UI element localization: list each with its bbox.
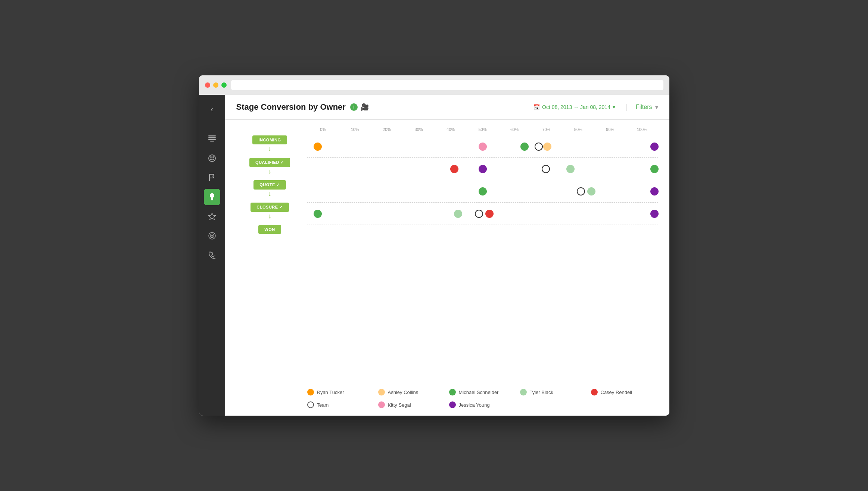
chart-area: 0% 10% 20% 30% 40% 50% 60% 70% 80% 90% 1… xyxy=(225,120,669,381)
legend-dot-ashley xyxy=(378,389,385,395)
x-tick-0: 0% xyxy=(307,127,339,132)
legend-dot-team xyxy=(307,401,314,408)
dot-closure-tyler[interactable] xyxy=(454,210,462,218)
stage-arrow-quote: ↓ xyxy=(268,190,271,197)
traffic-lights xyxy=(205,82,227,88)
close-button[interactable] xyxy=(205,82,210,88)
stage-arrow-qualified: ↓ xyxy=(268,168,271,175)
legend-label-tyler: Tyler Black xyxy=(530,390,554,395)
x-tick-60: 60% xyxy=(498,127,530,132)
date-range-selector[interactable]: 📅 Oct 08, 2013 → Jan 08, 2014 ▾ xyxy=(533,104,615,110)
video-icon[interactable]: 🎥 xyxy=(361,103,369,111)
legend-dot-jessica xyxy=(449,401,456,408)
filters-section[interactable]: Filters ▾ xyxy=(626,104,658,111)
maximize-button[interactable] xyxy=(221,82,227,88)
stage-arrow-closure: ↓ xyxy=(268,213,271,219)
dot-incoming-ashley[interactable] xyxy=(543,143,551,151)
filters-label: Filters xyxy=(636,104,652,110)
svg-point-8 xyxy=(212,159,214,160)
legend-label-casey: Casey Rendell xyxy=(601,390,632,395)
stage-row-won: WON xyxy=(233,225,658,236)
sidebar-item-filter[interactable] xyxy=(204,131,220,147)
x-tick-90: 90% xyxy=(594,127,626,132)
stage-badge-won: WON xyxy=(258,225,281,234)
legend-item-kitty: Kitty Segal xyxy=(378,401,445,408)
info-icon[interactable]: i xyxy=(350,103,358,111)
x-tick-100: 100% xyxy=(626,127,658,132)
dot-closure-michael[interactable] xyxy=(314,210,322,218)
main-content: Stage Conversion by Owner i 🎥 📅 Oct 08, … xyxy=(225,95,669,416)
x-tick-50: 50% xyxy=(467,127,498,132)
svg-point-5 xyxy=(210,156,212,158)
sidebar-item-flag[interactable] xyxy=(204,169,220,186)
browser-chrome xyxy=(199,75,669,95)
x-tick-20: 20% xyxy=(371,127,402,132)
dot-incoming-kitty[interactable] xyxy=(479,143,487,151)
sidebar-item-back[interactable]: ‹ xyxy=(204,101,220,117)
svg-marker-11 xyxy=(208,213,215,220)
legend-dot-michael xyxy=(449,389,456,395)
legend-item-ashley: Ashley Collins xyxy=(378,389,445,395)
legend-label-ryan: Ryan Tucker xyxy=(317,390,344,395)
header-icons: i 🎥 xyxy=(350,103,369,111)
dot-closure-jessica[interactable] xyxy=(650,210,659,218)
legend-dot-casey xyxy=(591,389,598,395)
legend-label-michael: Michael Schneider xyxy=(459,390,499,395)
sidebar-item-star[interactable] xyxy=(204,208,220,225)
chevron-down-icon: ▾ xyxy=(613,104,615,110)
stage-row-closure: CLOSURE ✓ ↓ xyxy=(233,203,658,225)
legend-dot-ryan xyxy=(307,389,314,395)
legend-item-tyler: Tyler Black xyxy=(520,389,587,395)
minimize-button[interactable] xyxy=(213,82,218,88)
stage-badge-qualified: QUALIFIED ✓ xyxy=(249,158,290,167)
stage-arrow-incoming: ↓ xyxy=(268,145,271,152)
dot-quote-tyler[interactable] xyxy=(587,187,595,196)
stage-row-qualified: QUALIFIED ✓ ↓ xyxy=(233,158,658,180)
svg-rect-9 xyxy=(211,199,213,200)
dot-qualified-casey[interactable] xyxy=(450,165,458,173)
svg-rect-10 xyxy=(211,200,213,200)
x-axis: 0% 10% 20% 30% 40% 50% 60% 70% 80% 90% 1… xyxy=(307,127,658,132)
stage-badge-incoming: INCOMING xyxy=(252,135,287,144)
legend-label-team: Team xyxy=(317,402,329,408)
legend-dot-kitty xyxy=(378,401,385,408)
x-tick-10: 10% xyxy=(339,127,371,132)
browser-window: ‹ xyxy=(199,75,669,416)
dot-quote-team[interactable] xyxy=(577,187,585,196)
sidebar-item-phone[interactable] xyxy=(204,247,220,263)
dot-quote-jessica[interactable] xyxy=(650,187,659,196)
svg-rect-3 xyxy=(210,141,214,142)
calendar-icon: 📅 xyxy=(533,104,540,110)
date-range-text: Oct 08, 2013 → Jan 08, 2014 xyxy=(542,104,610,110)
sidebar-item-palette[interactable] xyxy=(204,150,220,166)
dot-qualified-michael[interactable] xyxy=(650,165,659,173)
sidebar-item-target[interactable] xyxy=(204,228,220,244)
svg-rect-1 xyxy=(208,137,216,138)
dot-closure-team[interactable] xyxy=(475,210,483,218)
stage-badge-closure: CLOSURE ✓ xyxy=(251,203,289,212)
dot-incoming-ryan[interactable] xyxy=(314,143,322,151)
dot-incoming-jessica[interactable] xyxy=(650,143,659,151)
dot-closure-casey[interactable] xyxy=(485,210,494,218)
dot-quote-michael[interactable] xyxy=(479,187,487,196)
address-bar[interactable] xyxy=(231,80,663,90)
dot-qualified-team[interactable] xyxy=(542,165,550,173)
filters-chevron-icon: ▾ xyxy=(655,104,658,111)
legend-label-jessica: Jessica Young xyxy=(459,402,490,408)
dots-area-quote xyxy=(307,180,658,203)
sidebar-item-lightbulb[interactable] xyxy=(204,189,220,205)
dots-area-won xyxy=(307,225,658,236)
legend-item-ryan: Ryan Tucker xyxy=(307,389,374,395)
stage-badge-quote: QUOTE ✓ xyxy=(253,180,286,190)
app-body: ‹ xyxy=(199,95,669,416)
legend-item-team: Team xyxy=(307,401,374,408)
svg-point-4 xyxy=(209,155,215,162)
dot-qualified-tyler[interactable] xyxy=(566,165,575,173)
svg-rect-0 xyxy=(208,135,216,137)
legend-label-kitty: Kitty Segal xyxy=(388,402,411,408)
dot-incoming-team[interactable] xyxy=(535,143,543,151)
dot-qualified-jessica2[interactable] xyxy=(479,165,487,173)
header-left: Stage Conversion by Owner i 🎥 xyxy=(236,102,369,112)
dot-incoming-michael[interactable] xyxy=(520,143,529,151)
stage-row-incoming: INCOMING ↓ xyxy=(233,135,658,158)
